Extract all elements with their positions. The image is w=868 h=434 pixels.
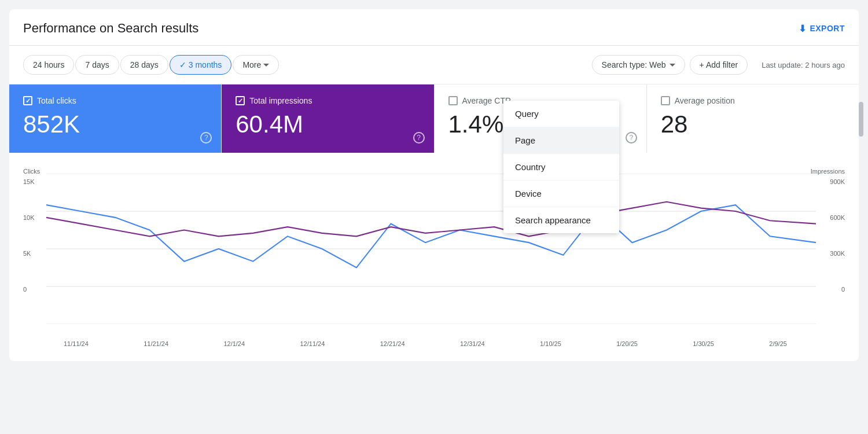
filter-3months[interactable]: ✓3 months <box>170 55 232 75</box>
average-position-value: 28 <box>661 112 845 137</box>
more-chevron-icon <box>263 64 269 67</box>
y-right-mid: 600K <box>830 214 845 221</box>
y-left-low: 5K <box>23 250 31 257</box>
total-impressions-help-icon[interactable]: ? <box>413 132 425 144</box>
dropdown-item-search-appearance[interactable]: Search appearance <box>503 207 619 233</box>
scrollbar-thumb[interactable] <box>859 102 863 137</box>
last-update-label: Last update: 2 hours ago <box>762 61 845 69</box>
x-label-5: 12/31/24 <box>460 340 485 347</box>
metric-average-position-label: Average position <box>661 96 845 105</box>
search-type-chevron-icon <box>670 64 675 67</box>
add-filter-dropdown: Query Page Country Device Search appeara… <box>503 101 619 233</box>
search-type-button[interactable]: Search type: Web <box>592 55 685 75</box>
y-right-zero: 0 <box>841 286 845 293</box>
x-label-6: 1/10/25 <box>540 340 561 347</box>
total-clicks-checkbox[interactable] <box>23 96 32 105</box>
export-icon: ⬇ <box>799 23 807 34</box>
x-label-8: 1/30/25 <box>693 340 714 347</box>
filter-more[interactable]: More <box>233 55 279 75</box>
x-label-1: 11/21/24 <box>144 340 168 347</box>
dropdown-item-page[interactable]: Page <box>503 127 619 154</box>
x-axis-labels: 11/11/24 11/21/24 12/1/24 12/11/24 12/21… <box>41 339 816 347</box>
export-button[interactable]: ⬇ EXPORT <box>799 23 845 34</box>
toolbar: 24 hours 7 days 28 days ✓3 months More S… <box>9 46 859 84</box>
x-label-2: 12/1/24 <box>223 340 245 347</box>
filter-24hours[interactable]: 24 hours <box>23 55 74 75</box>
metric-total-clicks-label: Total clicks <box>23 96 207 105</box>
total-clicks-help-icon[interactable]: ? <box>200 132 212 144</box>
x-label-4: 12/21/24 <box>380 340 405 347</box>
x-label-7: 1/20/25 <box>616 340 638 347</box>
y-left-zero: 0 <box>23 286 27 293</box>
x-label-0: 11/11/24 <box>64 340 89 347</box>
chart-container: Clicks 15K 10K 5K 0 Impressions 900K 600… <box>23 162 845 347</box>
card-header: Performance on Search results ⬇ EXPORT <box>9 9 859 46</box>
dropdown-item-device[interactable]: Device <box>503 181 619 207</box>
scrollbar[interactable] <box>859 102 863 322</box>
filter-7days[interactable]: 7 days <box>75 55 119 75</box>
performance-card: Performance on Search results ⬇ EXPORT 2… <box>9 9 859 361</box>
main-container: Performance on Search results ⬇ EXPORT 2… <box>0 9 868 434</box>
metric-total-clicks[interactable]: Total clicks 852K ? <box>9 84 222 153</box>
y-right-low: 300K <box>830 250 845 257</box>
total-impressions-value: 60.4M <box>236 112 420 137</box>
dropdown-item-query[interactable]: Query <box>503 101 619 127</box>
average-ctr-checkbox[interactable] <box>448 96 458 105</box>
performance-chart <box>46 174 816 324</box>
time-filter-group: 24 hours 7 days 28 days ✓3 months More <box>23 55 279 75</box>
y-right-max: 900K <box>830 178 845 185</box>
metrics-row: Total clicks 852K ? Total impressions 60… <box>9 84 859 153</box>
x-label-3: 12/11/24 <box>300 340 325 347</box>
average-position-checkbox[interactable] <box>661 96 670 105</box>
active-check-icon: ✓ <box>179 60 186 69</box>
x-label-9: 2/9/25 <box>769 340 787 347</box>
page-title: Performance on Search results <box>23 21 198 36</box>
average-ctr-help-icon[interactable]: ? <box>626 132 637 144</box>
total-clicks-value: 852K <box>23 112 207 137</box>
y-left-label: Clicks <box>23 168 40 175</box>
add-filter-button[interactable]: + Add filter <box>690 55 748 75</box>
metric-total-impressions[interactable]: Total impressions 60.4M ? <box>222 84 434 153</box>
filter-28days[interactable]: 28 days <box>120 55 168 75</box>
y-left-mid: 10K <box>23 214 35 221</box>
metric-average-position[interactable]: Average position 28 <box>647 84 859 153</box>
chart-section: Clicks 15K 10K 5K 0 Impressions 900K 600… <box>9 153 859 361</box>
total-impressions-checkbox[interactable] <box>236 96 245 105</box>
metric-total-impressions-label: Total impressions <box>236 96 420 105</box>
y-left-max: 15K <box>23 178 35 185</box>
dropdown-item-country[interactable]: Country <box>503 154 619 181</box>
